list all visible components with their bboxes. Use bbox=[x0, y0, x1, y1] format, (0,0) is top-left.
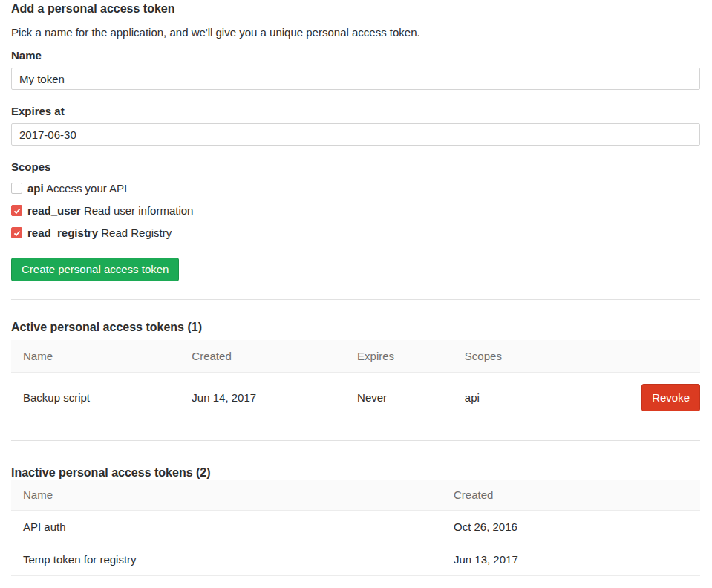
form-description: Pick a name for the application, and we'… bbox=[11, 25, 700, 39]
scope-description: Access your API bbox=[46, 182, 127, 195]
name-label: Name bbox=[11, 49, 700, 62]
column-header-name: Name bbox=[11, 340, 180, 373]
scope-label: read_user Read user information bbox=[27, 204, 193, 217]
scopes-label: Scopes bbox=[11, 160, 700, 173]
table-row: API auth Oct 26, 2016 bbox=[11, 511, 700, 543]
scope-label: read_registry Read Registry bbox=[27, 226, 172, 239]
scope-checkbox-read-user[interactable]: read_user Read user information bbox=[11, 204, 700, 217]
scope-description: Read Registry bbox=[101, 226, 172, 239]
scope-checkbox-read-registry[interactable]: read_registry Read Registry bbox=[11, 226, 700, 239]
checkbox-read-registry[interactable] bbox=[11, 227, 22, 238]
active-table-header-row: Name Created Expires Scopes bbox=[11, 340, 700, 373]
section-divider bbox=[11, 299, 700, 300]
personal-access-tokens-page: Add a personal access token Pick a name … bbox=[0, 0, 712, 588]
scope-description: Read user information bbox=[84, 204, 194, 217]
active-tokens-title: Active personal access tokens (1) bbox=[11, 321, 700, 334]
token-created-cell: Jun 13, 2017 bbox=[442, 543, 700, 576]
expires-field-group: Expires at bbox=[11, 105, 700, 146]
section-divider bbox=[11, 440, 700, 441]
column-header-actions bbox=[577, 340, 700, 373]
scope-name: read_user bbox=[27, 204, 81, 217]
revoke-button[interactable]: Revoke bbox=[641, 384, 700, 411]
create-token-button[interactable]: Create personal access token bbox=[11, 258, 179, 281]
inactive-tokens-table: Name Created API auth Oct 26, 2016 Temp … bbox=[11, 480, 700, 576]
column-header-created: Created bbox=[180, 340, 345, 373]
checkbox-api[interactable] bbox=[11, 183, 22, 194]
scope-checkbox-api[interactable]: api Access your API bbox=[11, 182, 700, 195]
token-name-input[interactable] bbox=[11, 68, 700, 90]
scope-name: api bbox=[27, 182, 44, 195]
column-header-created: Created bbox=[442, 480, 700, 511]
check-icon bbox=[13, 207, 21, 215]
page-title: Add a personal access token bbox=[11, 1, 700, 16]
column-header-name: Name bbox=[11, 480, 442, 511]
expires-at-input[interactable] bbox=[11, 123, 700, 146]
name-field-group: Name bbox=[11, 49, 700, 90]
expires-at-label: Expires at bbox=[11, 105, 700, 117]
token-name-cell: Backup script bbox=[11, 373, 180, 423]
table-row: Backup script Jun 14, 2017 Never api Rev… bbox=[11, 373, 700, 423]
token-name-cell: API auth bbox=[11, 511, 442, 543]
token-created-cell: Oct 26, 2016 bbox=[442, 511, 700, 543]
token-expires-cell: Never bbox=[345, 373, 453, 423]
active-tokens-table: Name Created Expires Scopes Backup scrip… bbox=[11, 340, 700, 422]
token-action-cell: Revoke bbox=[577, 373, 700, 423]
checkbox-read-user[interactable] bbox=[11, 205, 22, 216]
inactive-tokens-title: Inactive personal access tokens (2) bbox=[11, 466, 700, 480]
column-header-scopes: Scopes bbox=[453, 340, 577, 373]
token-scopes-cell: api bbox=[453, 373, 577, 423]
inactive-table-header-row: Name Created bbox=[11, 480, 700, 511]
scope-label: api Access your API bbox=[27, 182, 127, 195]
column-header-expires: Expires bbox=[345, 340, 453, 373]
scope-name: read_registry bbox=[27, 226, 98, 239]
table-row: Temp token for registry Jun 13, 2017 bbox=[11, 543, 700, 576]
scopes-group: Scopes api Access your API read_user Rea… bbox=[11, 160, 700, 239]
token-name-cell: Temp token for registry bbox=[11, 543, 442, 576]
check-icon bbox=[13, 229, 21, 237]
token-created-cell: Jun 14, 2017 bbox=[180, 373, 345, 423]
